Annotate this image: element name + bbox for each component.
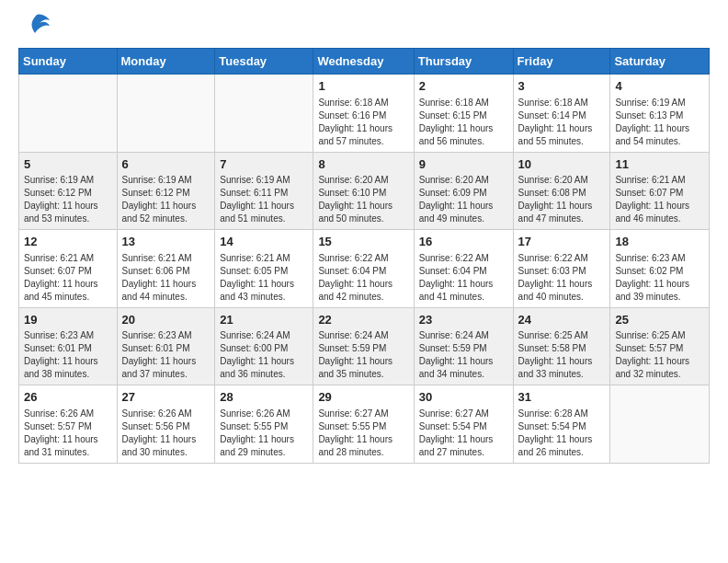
calendar-cell: 29Sunrise: 6:27 AM Sunset: 5:55 PM Dayli… bbox=[313, 385, 414, 464]
day-number: 17 bbox=[518, 234, 606, 250]
day-info: Sunrise: 6:23 AM Sunset: 6:02 PM Dayligh… bbox=[615, 252, 704, 304]
calendar-cell: 5Sunrise: 6:19 AM Sunset: 6:12 PM Daylig… bbox=[19, 152, 118, 230]
calendar-cell: 1Sunrise: 6:18 AM Sunset: 6:16 PM Daylig… bbox=[313, 75, 414, 153]
calendar-cell: 27Sunrise: 6:26 AM Sunset: 5:56 PM Dayli… bbox=[117, 385, 215, 464]
calendar-cell: 28Sunrise: 6:26 AM Sunset: 5:55 PM Dayli… bbox=[215, 385, 313, 464]
day-number: 24 bbox=[518, 312, 606, 328]
calendar-cell: 9Sunrise: 6:20 AM Sunset: 6:09 PM Daylig… bbox=[414, 152, 513, 230]
calendar-week-row: 1Sunrise: 6:18 AM Sunset: 6:16 PM Daylig… bbox=[19, 75, 710, 153]
day-number: 12 bbox=[24, 234, 112, 250]
day-number: 22 bbox=[318, 312, 408, 328]
day-number: 1 bbox=[318, 78, 408, 95]
day-number: 30 bbox=[419, 389, 508, 406]
calendar-week-row: 19Sunrise: 6:23 AM Sunset: 6:01 PM Dayli… bbox=[19, 307, 710, 385]
day-number: 31 bbox=[518, 389, 606, 406]
day-number: 8 bbox=[318, 156, 408, 173]
calendar-cell: 6Sunrise: 6:19 AM Sunset: 6:12 PM Daylig… bbox=[117, 152, 215, 230]
calendar-cell: 4Sunrise: 6:19 AM Sunset: 6:13 PM Daylig… bbox=[610, 75, 710, 153]
day-info: Sunrise: 6:19 AM Sunset: 6:11 PM Dayligh… bbox=[220, 174, 308, 225]
weekday-header-tuesday: Tuesday bbox=[215, 49, 313, 75]
calendar-cell bbox=[215, 75, 313, 153]
calendar-cell: 15Sunrise: 6:22 AM Sunset: 6:04 PM Dayli… bbox=[313, 230, 414, 308]
day-info: Sunrise: 6:24 AM Sunset: 6:00 PM Dayligh… bbox=[220, 329, 308, 381]
day-number: 28 bbox=[220, 389, 308, 406]
day-number: 10 bbox=[518, 156, 606, 173]
day-number: 29 bbox=[318, 389, 408, 406]
day-info: Sunrise: 6:20 AM Sunset: 6:09 PM Dayligh… bbox=[419, 174, 508, 225]
day-number: 9 bbox=[419, 156, 508, 173]
day-info: Sunrise: 6:20 AM Sunset: 6:08 PM Dayligh… bbox=[518, 174, 606, 225]
day-info: Sunrise: 6:22 AM Sunset: 6:04 PM Dayligh… bbox=[419, 252, 508, 304]
calendar-cell bbox=[610, 385, 710, 464]
day-info: Sunrise: 6:26 AM Sunset: 5:57 PM Dayligh… bbox=[24, 408, 112, 459]
day-info: Sunrise: 6:21 AM Sunset: 6:07 PM Dayligh… bbox=[615, 174, 704, 225]
calendar-cell: 26Sunrise: 6:26 AM Sunset: 5:57 PM Dayli… bbox=[19, 385, 118, 464]
day-info: Sunrise: 6:25 AM Sunset: 5:58 PM Dayligh… bbox=[518, 329, 606, 381]
logo-bird-icon bbox=[22, 11, 51, 39]
day-number: 26 bbox=[24, 389, 112, 406]
day-number: 25 bbox=[615, 312, 704, 328]
calendar-week-row: 5Sunrise: 6:19 AM Sunset: 6:12 PM Daylig… bbox=[19, 152, 710, 230]
day-number: 21 bbox=[220, 312, 308, 328]
day-info: Sunrise: 6:26 AM Sunset: 5:55 PM Dayligh… bbox=[220, 408, 308, 459]
logo bbox=[18, 15, 51, 39]
day-info: Sunrise: 6:22 AM Sunset: 6:03 PM Dayligh… bbox=[518, 252, 606, 304]
day-number: 20 bbox=[122, 312, 210, 328]
day-info: Sunrise: 6:18 AM Sunset: 6:16 PM Dayligh… bbox=[318, 97, 408, 148]
day-info: Sunrise: 6:28 AM Sunset: 5:54 PM Dayligh… bbox=[518, 408, 606, 459]
day-info: Sunrise: 6:21 AM Sunset: 6:07 PM Dayligh… bbox=[24, 252, 112, 304]
calendar-cell: 12Sunrise: 6:21 AM Sunset: 6:07 PM Dayli… bbox=[19, 230, 118, 308]
day-info: Sunrise: 6:21 AM Sunset: 6:06 PM Dayligh… bbox=[122, 252, 210, 304]
calendar-cell bbox=[117, 75, 215, 153]
calendar-cell: 14Sunrise: 6:21 AM Sunset: 6:05 PM Dayli… bbox=[215, 230, 313, 308]
day-number: 2 bbox=[419, 78, 508, 95]
day-number: 23 bbox=[419, 312, 508, 328]
day-number: 14 bbox=[220, 234, 308, 250]
day-info: Sunrise: 6:27 AM Sunset: 5:55 PM Dayligh… bbox=[318, 408, 408, 459]
day-info: Sunrise: 6:18 AM Sunset: 6:14 PM Dayligh… bbox=[518, 97, 606, 148]
day-info: Sunrise: 6:24 AM Sunset: 5:59 PM Dayligh… bbox=[419, 329, 508, 381]
calendar-cell: 13Sunrise: 6:21 AM Sunset: 6:06 PM Dayli… bbox=[117, 230, 215, 308]
calendar-cell: 30Sunrise: 6:27 AM Sunset: 5:54 PM Dayli… bbox=[414, 385, 513, 464]
calendar-cell: 8Sunrise: 6:20 AM Sunset: 6:10 PM Daylig… bbox=[313, 152, 414, 230]
calendar-cell: 10Sunrise: 6:20 AM Sunset: 6:08 PM Dayli… bbox=[513, 152, 610, 230]
weekday-header-monday: Monday bbox=[117, 49, 215, 75]
day-number: 5 bbox=[24, 156, 112, 173]
calendar-cell: 19Sunrise: 6:23 AM Sunset: 6:01 PM Dayli… bbox=[19, 307, 118, 385]
calendar-cell: 18Sunrise: 6:23 AM Sunset: 6:02 PM Dayli… bbox=[610, 230, 710, 308]
weekday-header-wednesday: Wednesday bbox=[313, 49, 414, 75]
day-number: 18 bbox=[615, 234, 704, 250]
day-number: 27 bbox=[122, 389, 210, 406]
calendar-cell: 24Sunrise: 6:25 AM Sunset: 5:58 PM Dayli… bbox=[513, 307, 610, 385]
day-info: Sunrise: 6:18 AM Sunset: 6:15 PM Dayligh… bbox=[419, 97, 508, 148]
day-info: Sunrise: 6:19 AM Sunset: 6:12 PM Dayligh… bbox=[122, 174, 210, 225]
calendar-cell: 11Sunrise: 6:21 AM Sunset: 6:07 PM Dayli… bbox=[610, 152, 710, 230]
day-info: Sunrise: 6:26 AM Sunset: 5:56 PM Dayligh… bbox=[122, 408, 210, 459]
calendar-cell: 16Sunrise: 6:22 AM Sunset: 6:04 PM Dayli… bbox=[414, 230, 513, 308]
day-info: Sunrise: 6:19 AM Sunset: 6:12 PM Dayligh… bbox=[24, 174, 112, 225]
calendar-cell: 7Sunrise: 6:19 AM Sunset: 6:11 PM Daylig… bbox=[215, 152, 313, 230]
calendar-cell: 21Sunrise: 6:24 AM Sunset: 6:00 PM Dayli… bbox=[215, 307, 313, 385]
day-info: Sunrise: 6:22 AM Sunset: 6:04 PM Dayligh… bbox=[318, 252, 408, 304]
page: SundayMondayTuesdayWednesdayThursdayFrid… bbox=[0, 0, 728, 563]
weekday-header-friday: Friday bbox=[513, 49, 610, 75]
calendar-cell: 3Sunrise: 6:18 AM Sunset: 6:14 PM Daylig… bbox=[513, 75, 610, 153]
header bbox=[18, 15, 710, 39]
day-info: Sunrise: 6:19 AM Sunset: 6:13 PM Dayligh… bbox=[615, 97, 704, 148]
calendar-week-row: 12Sunrise: 6:21 AM Sunset: 6:07 PM Dayli… bbox=[19, 230, 710, 308]
day-info: Sunrise: 6:27 AM Sunset: 5:54 PM Dayligh… bbox=[419, 408, 508, 459]
calendar-week-row: 26Sunrise: 6:26 AM Sunset: 5:57 PM Dayli… bbox=[19, 385, 710, 464]
calendar-cell: 17Sunrise: 6:22 AM Sunset: 6:03 PM Dayli… bbox=[513, 230, 610, 308]
day-number: 15 bbox=[318, 234, 408, 250]
day-info: Sunrise: 6:21 AM Sunset: 6:05 PM Dayligh… bbox=[220, 252, 308, 304]
calendar-cell bbox=[19, 75, 118, 153]
day-number: 4 bbox=[615, 78, 704, 95]
weekday-header-saturday: Saturday bbox=[610, 49, 710, 75]
calendar-cell: 23Sunrise: 6:24 AM Sunset: 5:59 PM Dayli… bbox=[414, 307, 513, 385]
calendar-cell: 22Sunrise: 6:24 AM Sunset: 5:59 PM Dayli… bbox=[313, 307, 414, 385]
calendar-table: SundayMondayTuesdayWednesdayThursdayFrid… bbox=[18, 48, 710, 464]
calendar-cell: 25Sunrise: 6:25 AM Sunset: 5:57 PM Dayli… bbox=[610, 307, 710, 385]
day-number: 19 bbox=[24, 312, 112, 328]
weekday-header-row: SundayMondayTuesdayWednesdayThursdayFrid… bbox=[19, 49, 710, 75]
weekday-header-sunday: Sunday bbox=[19, 49, 118, 75]
